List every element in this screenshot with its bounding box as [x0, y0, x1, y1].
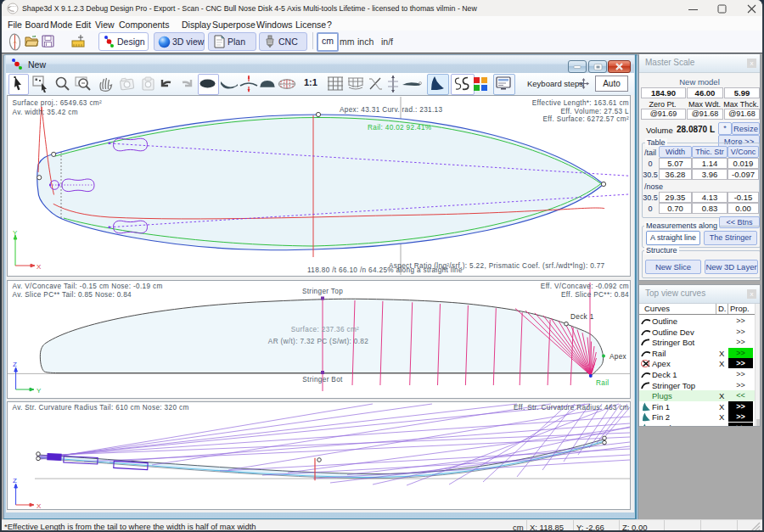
svg-text:Av. V/Concave Tail: -0.15 cm N: Av. V/Concave Tail: -0.15 cm Nose: -0.19…	[13, 283, 163, 290]
svg-text:Eff. Volume: 27.53 L: Eff. Volume: 27.53 L	[560, 108, 629, 115]
svg-text:Rail: 40.02 92.41%: Rail: 40.02 92.41%	[368, 124, 432, 132]
svg-text:Apex: Apex	[610, 353, 626, 361]
svg-text:Stringer Top: Stringer Top	[302, 288, 343, 295]
svg-text:Av. Str. Curvature Radius Tail: Av. Str. Curvature Radius Tail: 610 cm N…	[13, 404, 189, 412]
svg-text:Eff. Str. Curvature Radius: 46: Eff. Str. Curvature Radius: 463 cm	[514, 404, 629, 412]
svg-text:AR (w/t): 7.32 PC (S/wt): 0.82: AR (w/t): 7.32 PC (S/wt): 0.82	[268, 338, 368, 345]
svg-text:Aspect Ratio (lng²/srf.): 5.2: Aspect Ratio (lng²/srf.): 5.22, Prismati…	[389, 262, 605, 270]
svg-text:Z: Z	[13, 361, 17, 368]
svg-text:Apex: 43.31 Curv. rad.: 231.13: Apex: 43.31 Curv. rad.: 231.13	[340, 106, 442, 114]
svg-text:Av. width: 35.42 cm: Av. width: 35.42 cm	[13, 109, 78, 116]
svg-text:Surface proj.: 6549.63 cm²: Surface proj.: 6549.63 cm²	[13, 99, 103, 107]
svg-text:Effective Length*: 163.61 cm: Effective Length*: 163.61 cm	[532, 99, 629, 107]
svg-text:Deck 1: Deck 1	[570, 313, 594, 321]
svg-text:Eff. Slice PC**: 0.84: Eff. Slice PC**: 0.84	[561, 291, 629, 299]
svg-text:Eff. V/Concave: -0.092 cm: Eff. V/Concave: -0.092 cm	[541, 283, 629, 290]
svg-text:X: X	[37, 263, 42, 271]
svg-text:Stringer Bot: Stringer Bot	[302, 376, 343, 384]
svg-text:Eff. Surface: 6272.57 cm²: Eff. Surface: 6272.57 cm²	[543, 115, 629, 123]
svg-text:Surface: 237.36 cm²: Surface: 237.36 cm²	[291, 326, 359, 333]
svg-text:Av. Slice PC** Tail: 0.85 Nos: Av. Slice PC** Tail: 0.85 Nose: 0.84	[13, 291, 132, 299]
svg-text:Y: Y	[13, 229, 18, 237]
svg-text:X: X	[37, 502, 42, 510]
svg-text:Y: Y	[37, 387, 42, 395]
svg-text:Rail: Rail	[596, 379, 610, 387]
svg-text:Z: Z	[13, 477, 17, 484]
